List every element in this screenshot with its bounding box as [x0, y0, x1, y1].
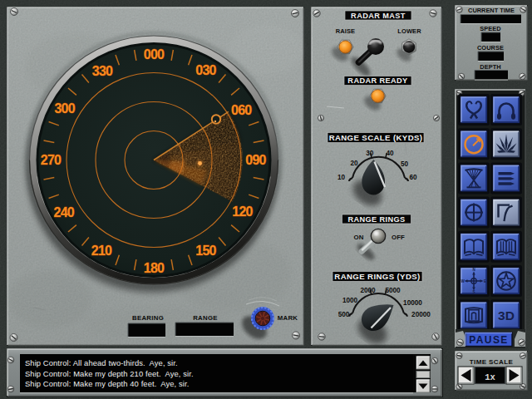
svg-text:50: 50	[401, 160, 409, 168]
svg-text:Ship Control: Make my depth 21: Ship Control: Make my depth 210 feet. Ay…	[25, 369, 194, 378]
svg-text:1000: 1000	[342, 297, 358, 304]
svg-text:Ship Control: All ahead two-th: Ship Control: All ahead two-thirds. Aye,…	[25, 358, 178, 367]
svg-text:RANGE SCALE (KYDS): RANGE SCALE (KYDS)	[329, 133, 423, 142]
svg-text:LOWER: LOWER	[397, 27, 421, 35]
svg-text:E: E	[484, 279, 486, 283]
svg-text:RANGE RINGS (YDS): RANGE RINGS (YDS)	[334, 272, 420, 281]
svg-text:TIME SCALE: TIME SCALE	[470, 358, 514, 366]
svg-text:120: 120	[232, 204, 253, 219]
svg-text:RANGE RINGS: RANGE RINGS	[347, 215, 405, 224]
svg-text:RADAR MAST: RADAR MAST	[351, 12, 406, 20]
svg-text:10: 10	[337, 174, 346, 181]
svg-text:5000: 5000	[385, 287, 401, 294]
svg-text:DEPTH: DEPTH	[480, 63, 501, 71]
svg-text:240: 240	[54, 205, 75, 219]
svg-text:090: 090	[245, 153, 266, 167]
svg-text:000: 000	[144, 47, 165, 62]
svg-text:20000: 20000	[411, 311, 431, 318]
svg-text:MARK: MARK	[278, 314, 298, 322]
svg-text:300: 300	[54, 101, 75, 116]
svg-text:OFF: OFF	[392, 234, 405, 241]
svg-text:CURRENT TIME: CURRENT TIME	[468, 7, 515, 14]
svg-text:210: 210	[91, 244, 112, 258]
svg-text:BEARING: BEARING	[132, 314, 164, 322]
svg-text:270: 270	[41, 153, 62, 167]
svg-text:500: 500	[338, 311, 350, 318]
svg-text:40: 40	[386, 150, 394, 157]
svg-text:RANGE: RANGE	[193, 314, 218, 322]
svg-text:180: 180	[144, 261, 165, 275]
svg-text:10000: 10000	[403, 299, 422, 307]
svg-text:RAISE: RAISE	[336, 27, 355, 35]
svg-text:COURSE: COURSE	[477, 44, 504, 52]
svg-text:S: S	[472, 290, 475, 294]
svg-text:2000: 2000	[360, 287, 376, 294]
svg-text:Ship Control: Make my depth 40: Ship Control: Make my depth 40 feet. Aye…	[25, 379, 189, 388]
svg-text:1x: 1x	[485, 372, 495, 382]
svg-text:330: 330	[92, 64, 113, 78]
svg-text:030: 030	[195, 63, 216, 77]
svg-text:150: 150	[195, 244, 216, 258]
svg-text:60: 60	[409, 174, 417, 181]
svg-text:W: W	[461, 279, 465, 283]
svg-text:20: 20	[350, 160, 358, 167]
svg-text:3D: 3D	[498, 308, 515, 323]
svg-text:N: N	[472, 268, 475, 272]
svg-text:SPEED: SPEED	[480, 25, 501, 32]
svg-text:060: 060	[231, 103, 252, 117]
svg-text:30: 30	[366, 150, 374, 157]
svg-text:ON: ON	[353, 234, 363, 241]
svg-text:PAUSE: PAUSE	[469, 334, 508, 346]
svg-text:RADAR READY: RADAR READY	[347, 76, 407, 85]
